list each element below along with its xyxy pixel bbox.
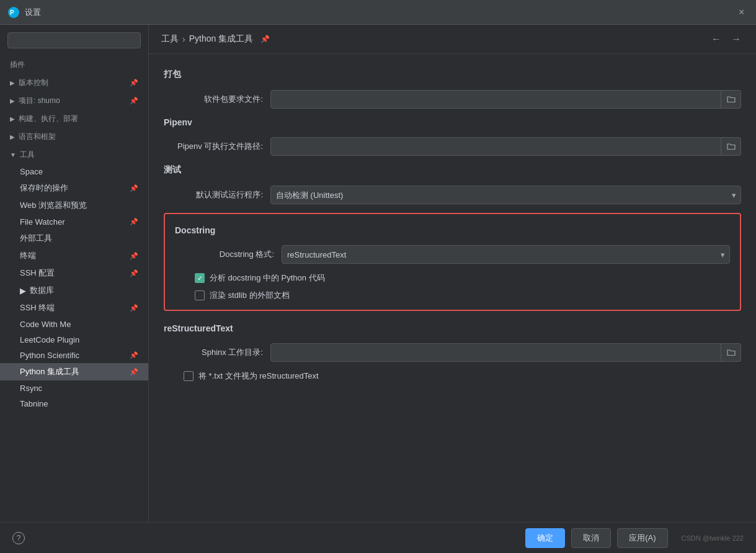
forward-arrow-button[interactable]: →: [729, 32, 744, 46]
txt-files-checkbox[interactable]: [184, 371, 193, 381]
sidebar: 插件 ▶ 版本控制 📌 ▶ 项目: shumo 📌 ▶ 构建、执行、部署 ▶ 语…: [0, 25, 149, 522]
close-button[interactable]: ×: [739, 7, 749, 17]
docstring-render-checkbox[interactable]: [195, 290, 205, 300]
requirements-input[interactable]: [270, 90, 721, 109]
test-runner-select-wrapper: 自动检测 (Unittest) Unittest pytest Twisted …: [270, 186, 741, 204]
sidebar-item-file-watcher-label: File Watcher: [20, 217, 64, 227]
ssh-terminal-badge: 📌: [130, 304, 138, 312]
bottom-bar: ? 确定 取消 应用(A) CSDN @twinkle 222: [0, 522, 756, 553]
main-layout: 插件 ▶ 版本控制 📌 ▶ 项目: shumo 📌 ▶ 构建、执行、部署 ▶ 语…: [0, 25, 756, 522]
docstring-render-label: 渲染 stdlib 的外部文档: [210, 290, 290, 301]
bottom-bar-left: ?: [12, 532, 25, 544]
pipenv-browse-button[interactable]: [721, 137, 741, 156]
folder-icon-pipenv: [727, 142, 736, 151]
terminal-badge: 📌: [130, 252, 138, 260]
pipenv-executable-label: Pipenv 可执行文件路径:: [164, 141, 263, 152]
sphinx-label: Sphinx 工作目录:: [164, 347, 263, 358]
window-title: 设置: [25, 7, 41, 18]
project-arrow-icon: ▶: [10, 97, 15, 104]
sphinx-input-group: [270, 343, 741, 362]
search-input[interactable]: [7, 32, 141, 48]
sidebar-item-ssh-terminal-label: SSH 终端: [20, 302, 55, 313]
docstring-format-select-wrapper: reStructuredText Google NumPy Epytext: [282, 245, 730, 264]
sidebar-section-build[interactable]: ▶ 构建、执行、部署: [0, 110, 148, 128]
sidebar-item-rsync-label: Rsync: [20, 384, 42, 393]
python-scientific-badge: 📌: [130, 351, 138, 359]
sidebar-section-project[interactable]: ▶ 项目: shumo 📌: [0, 92, 148, 110]
vcs-arrow-icon: ▶: [10, 79, 15, 86]
ssh-config-badge: 📌: [130, 269, 138, 277]
sidebar-item-web-browser-label: Web 浏览器和预览: [20, 200, 87, 211]
docstring-format-select[interactable]: reStructuredText Google NumPy Epytext: [282, 245, 730, 264]
back-arrow-button[interactable]: ←: [709, 32, 724, 46]
sidebar-item-code-with-me-label: Code With Me: [20, 320, 71, 329]
requirements-browse-button[interactable]: [721, 90, 741, 109]
sidebar-item-ssh-config[interactable]: SSH 配置 📌: [0, 264, 148, 282]
svg-text:P: P: [10, 9, 14, 16]
requirements-input-group: [270, 90, 741, 109]
database-arrow-icon: ▶: [20, 286, 26, 295]
title-bar-left: P 设置: [7, 6, 41, 19]
sidebar-item-database-label: 数据库: [30, 285, 54, 296]
sidebar-item-rsync[interactable]: Rsync: [0, 380, 148, 396]
sidebar-item-space[interactable]: Space: [0, 164, 148, 179]
help-button[interactable]: ?: [12, 532, 25, 544]
vcs-badge: 📌: [130, 79, 138, 87]
python-integrated-badge: 📌: [130, 368, 138, 376]
pipenv-executable-input[interactable]: [270, 137, 721, 156]
save-actions-badge: 📌: [130, 184, 138, 192]
sidebar-item-python-integrated-label: Python 集成工具: [20, 366, 79, 377]
sidebar-item-web-browser[interactable]: Web 浏览器和预览: [0, 197, 148, 214]
restructuredtext-title: reStructuredText: [164, 323, 741, 333]
folder-icon-sphinx: [727, 348, 736, 357]
sidebar-item-python-scientific[interactable]: Python Scientific 📌: [0, 348, 148, 363]
sphinx-input[interactable]: [270, 343, 721, 362]
docstring-parse-checkbox-row: 分析 docstring 中的 Python 代码: [175, 272, 730, 284]
test-runner-select[interactable]: 自动检测 (Unittest) Unittest pytest Twisted …: [270, 186, 741, 204]
sidebar-section-project-label: 项目: shumo: [19, 96, 60, 106]
sidebar-section-plugins[interactable]: 插件: [0, 56, 148, 74]
testing-section: 测试 默认测试运行程序: 自动检测 (Unittest) Unittest py…: [164, 164, 741, 204]
docstring-title: Docstring: [175, 225, 730, 235]
docstring-parse-checkbox[interactable]: [195, 273, 205, 283]
sidebar-section-build-label: 构建、执行、部署: [19, 114, 78, 124]
breadcrumb-part2: Python 集成工具: [189, 34, 253, 45]
txt-checkbox-row: 将 *.txt 文件视为 reStructuredText: [164, 371, 741, 382]
file-watcher-badge: 📌: [130, 218, 138, 226]
sidebar-item-terminal-label: 终端: [20, 250, 36, 261]
sidebar-item-leetcode-label: LeetCode Plugin: [20, 335, 79, 344]
project-badge: 📌: [130, 97, 138, 105]
watermark: CSDN @twinkle 222: [682, 534, 744, 542]
content-header: 工具 › Python 集成工具 📌 ← →: [149, 25, 756, 54]
sidebar-item-tabnine-label: Tabnine: [20, 399, 48, 408]
sphinx-browse-button[interactable]: [721, 343, 741, 362]
docstring-render-checkbox-row: 渲染 stdlib 的外部文档: [175, 290, 730, 301]
docstring-parse-label: 分析 docstring 中的 Python 代码: [210, 272, 325, 284]
sidebar-item-terminal[interactable]: 终端 📌: [0, 247, 148, 264]
title-bar: P 设置 ×: [0, 0, 756, 25]
sidebar-item-ssh-terminal[interactable]: SSH 终端 📌: [0, 299, 148, 317]
sidebar-section-tools[interactable]: ▼ 工具: [0, 146, 148, 164]
sidebar-item-tabnine[interactable]: Tabnine: [0, 396, 148, 411]
sidebar-item-external-tools[interactable]: 外部工具: [0, 230, 148, 247]
sidebar-item-space-label: Space: [20, 167, 43, 176]
sphinx-row: Sphinx 工作目录:: [164, 343, 741, 362]
lang-arrow-icon: ▶: [10, 133, 15, 140]
sidebar-item-leetcode[interactable]: LeetCode Plugin: [0, 332, 148, 348]
confirm-button[interactable]: 确定: [525, 528, 565, 548]
sidebar-item-code-with-me[interactable]: Code With Me: [0, 317, 148, 332]
sidebar-item-database[interactable]: ▶ 数据库: [0, 282, 148, 299]
sidebar-item-save-actions[interactable]: 保存时的操作 📌: [0, 179, 148, 197]
pipenv-title: Pipenv: [164, 117, 741, 127]
docstring-section: Docstring Docstring 格式: reStructuredText…: [164, 213, 741, 311]
cancel-button[interactable]: 取消: [571, 528, 611, 548]
docstring-format-label: Docstring 格式:: [175, 249, 274, 260]
docstring-format-row: Docstring 格式: reStructuredText Google Nu…: [175, 245, 730, 264]
sidebar-section-vcs[interactable]: ▶ 版本控制 📌: [0, 74, 148, 92]
sidebar-item-file-watcher[interactable]: File Watcher 📌: [0, 214, 148, 230]
sidebar-section-tools-label: 工具: [20, 150, 35, 160]
sidebar-section-lang[interactable]: ▶ 语言和框架: [0, 128, 148, 146]
apply-button[interactable]: 应用(A): [617, 528, 667, 548]
requirements-label: 软件包要求文件:: [164, 94, 263, 105]
sidebar-item-python-integrated[interactable]: Python 集成工具 📌: [0, 363, 148, 380]
